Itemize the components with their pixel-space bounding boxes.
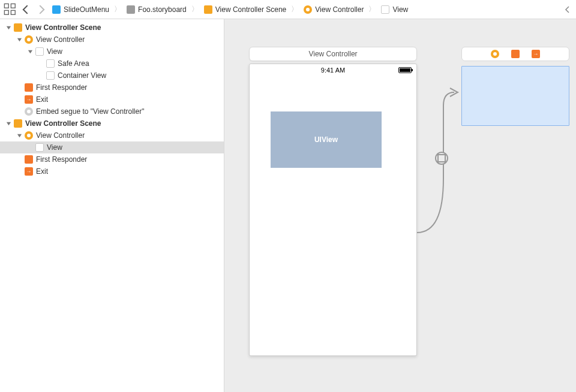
back-button[interactable]	[19, 3, 32, 16]
outline-label: Container View	[58, 71, 106, 80]
first-responder-icon	[511, 49, 520, 59]
first-responder-icon	[24, 155, 34, 164]
viewcontroller-icon	[303, 5, 313, 14]
scene-icon	[13, 119, 23, 128]
view-icon	[380, 5, 390, 14]
crumb-label: View Controller	[315, 5, 364, 14]
outline-viewcontroller[interactable]: View Controller	[0, 34, 224, 46]
crumb-label: Foo.storyboard	[138, 5, 187, 14]
outline-view[interactable]: View	[0, 141, 224, 153]
svg-rect-1	[11, 4, 15, 8]
crumb-label: View	[392, 5, 408, 14]
crumb-viewcontroller[interactable]: View Controller	[302, 5, 365, 14]
uiview-label: UIView	[314, 135, 338, 144]
outline-label: View Controller	[36, 131, 85, 140]
outline-view[interactable]: View	[0, 46, 224, 58]
scene-icon	[13, 23, 23, 32]
outline-label: Embed segue to "View Controller"	[36, 107, 144, 116]
crumb-project[interactable]: SlideOutMenu	[50, 5, 110, 14]
disclosure-triangle-icon[interactable]	[26, 48, 34, 55]
viewcontroller-icon	[24, 35, 34, 44]
view-icon	[35, 143, 44, 152]
outline-label: First Responder	[36, 83, 87, 92]
disclosure-triangle-icon[interactable]	[5, 24, 12, 31]
collapse-editor-button[interactable]	[563, 3, 572, 16]
document-outline[interactable]: View Controller Scene View Controller Vi…	[0, 19, 224, 392]
scene-title: View Controller	[308, 50, 357, 58]
outline-label: View Controller	[36, 35, 85, 44]
exit-icon: →	[531, 49, 541, 59]
crumb-separator-icon: 〉	[290, 4, 299, 14]
outline-label: First Responder	[36, 155, 87, 164]
segue-icon	[24, 107, 34, 116]
forward-button[interactable]	[35, 3, 48, 16]
crumb-separator-icon: 〉	[113, 4, 122, 14]
outline-embed-segue[interactable]: Embed segue to "View Controller"	[0, 105, 224, 117]
disclosure-triangle-icon[interactable]	[16, 132, 23, 139]
outline-exit[interactable]: → Exit	[0, 94, 224, 105]
outline-label: View	[47, 143, 62, 152]
outline-label: Exit	[36, 95, 48, 104]
crumb-label: View Controller Scene	[215, 5, 287, 14]
svg-rect-2	[4, 10, 8, 14]
outline-label: View Controller Scene	[25, 119, 101, 128]
disclosure-triangle-icon[interactable]	[5, 120, 12, 127]
outline-scene[interactable]: View Controller Scene	[0, 22, 224, 34]
breadcrumb-bar: SlideOutMenu 〉 Foo.storyboard 〉 View Con…	[0, 0, 576, 19]
status-bar: 9:41 AM	[250, 64, 416, 76]
embedded-view[interactable]	[461, 66, 569, 126]
storyboard-icon	[126, 5, 136, 14]
outline-label: Safe Area	[58, 59, 89, 68]
viewcontroller-icon	[490, 49, 500, 59]
outline-label: View	[47, 47, 62, 56]
scene-icon	[203, 5, 213, 14]
crumb-storyboard[interactable]: Foo.storyboard	[125, 5, 188, 14]
container-view[interactable]: UIView	[271, 111, 382, 168]
crumb-view[interactable]: View	[379, 5, 409, 14]
scene-title-bar[interactable]: →	[461, 47, 569, 61]
safe-area-icon	[46, 59, 55, 68]
storyboard-canvas[interactable]: View Controller 9:41 AM UIView →	[224, 19, 576, 392]
outline-viewcontroller[interactable]: View Controller	[0, 129, 224, 141]
status-time: 9:41 AM	[268, 67, 398, 74]
scene-title-bar[interactable]: View Controller	[249, 47, 417, 61]
outline-exit[interactable]: → Exit	[0, 165, 224, 177]
outline-first-responder[interactable]: First Responder	[0, 153, 224, 165]
outline-container-view[interactable]: Container View	[0, 70, 224, 82]
device-frame[interactable]: 9:41 AM	[249, 64, 417, 356]
related-items-button[interactable]	[4, 3, 17, 16]
outline-first-responder[interactable]: First Responder	[0, 82, 224, 94]
outline-safe-area[interactable]: Safe Area	[0, 58, 224, 70]
svg-rect-3	[11, 10, 15, 14]
outline-scene[interactable]: View Controller Scene	[0, 117, 224, 129]
first-responder-icon	[24, 83, 34, 92]
exit-icon: →	[24, 95, 34, 104]
crumb-label: SlideOutMenu	[64, 5, 109, 14]
exit-icon: →	[24, 167, 34, 176]
crumb-separator-icon: 〉	[367, 4, 377, 14]
outline-label: View Controller Scene	[25, 23, 101, 32]
view-icon	[35, 47, 44, 56]
crumb-separator-icon: 〉	[190, 4, 200, 14]
disclosure-triangle-icon[interactable]	[16, 36, 23, 43]
outline-label: Exit	[36, 167, 48, 176]
view-icon	[46, 71, 55, 80]
project-icon	[52, 5, 61, 14]
svg-rect-0	[4, 4, 8, 8]
crumb-scene[interactable]: View Controller Scene	[202, 5, 288, 14]
viewcontroller-icon	[24, 131, 34, 140]
embed-segue-badge[interactable]	[435, 152, 448, 165]
battery-icon	[398, 67, 412, 73]
